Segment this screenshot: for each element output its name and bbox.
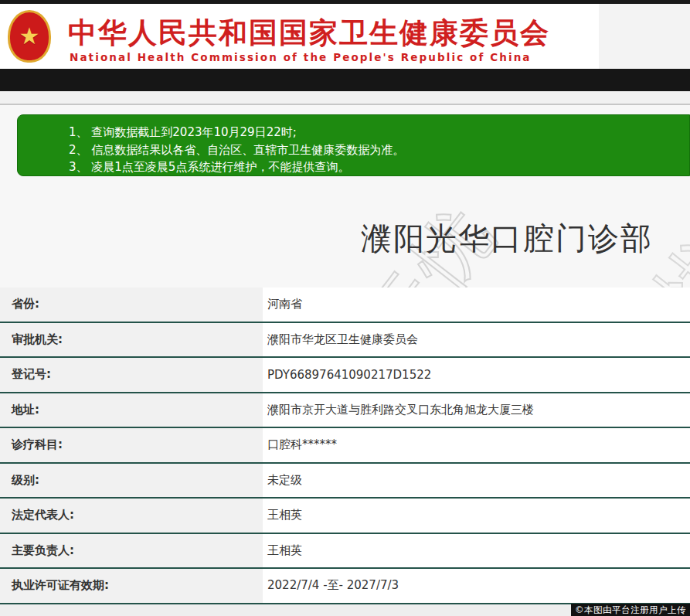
field-value: PDY66897641090217D1522 <box>263 358 690 392</box>
field-value: 濮阳市华龙区卫生健康委员会 <box>263 323 690 357</box>
copyright-badge: ©本图由平台注册用户上传 <box>571 604 690 616</box>
nav-bar <box>0 69 690 91</box>
field-value: 河南省 <box>263 288 690 322</box>
site-title: 中华人民共和国国家卫生健康委员会 <box>68 14 550 53</box>
notice-line-1: 1、 查询数据截止到2023年10月29日22时; <box>69 124 689 141</box>
table-row: 诊疗科目: 口腔科****** <box>0 428 690 464</box>
china-national-emblem-icon: ★ <box>8 10 51 63</box>
header-gap <box>0 91 690 104</box>
field-label: 地址: <box>0 393 263 427</box>
site-header: ★ 中华人民共和国国家卫生健康委员会 National Health Commi… <box>0 4 599 69</box>
notice-box: 1、 查询数据截止到2023年10月29日22时; 2、 信息数据结果以各省、自… <box>17 114 690 176</box>
table-row: 主要负责人: 王相英 <box>0 534 690 570</box>
field-label: 省份: <box>0 288 263 322</box>
table-row: 法定代表人: 王相英 <box>0 499 690 534</box>
notice-line-3: 3、 凌晨1点至凌晨5点系统进行维护，不能提供查询。 <box>69 158 689 176</box>
field-value: 2022/7/4 -至- 2027/7/3 <box>263 569 690 603</box>
field-value: 王相英 <box>263 499 690 533</box>
field-label: 主要负责人: <box>0 534 263 568</box>
emblem-star-icon: ★ <box>19 25 40 48</box>
table-row: 级别: 未定级 <box>0 464 690 499</box>
table-row: 登记号: PDY66897641090217D1522 <box>0 358 690 393</box>
field-value: 未定级 <box>263 464 690 498</box>
table-row: 省份: 河南省 <box>0 288 690 323</box>
field-label: 审批机关: <box>0 323 263 357</box>
field-label: 级别: <box>0 464 263 498</box>
field-label: 法定代表人: <box>0 499 263 533</box>
table-row: 执业许可证有效期: 2022/7/4 -至- 2027/7/3 <box>0 569 690 604</box>
notice-line-2: 2、 信息数据结果以各省、自治区、直辖市卫生健康委数据为准。 <box>69 141 689 159</box>
table-row: 审批机关: 濮阳市华龙区卫生健康委员会 <box>0 323 690 359</box>
field-label: 执业许可证有效期: <box>0 569 263 603</box>
field-label: 诊疗科目: <box>0 428 263 462</box>
page-title: 濮阳光华口腔门诊部 <box>361 217 653 260</box>
site-subtitle: National Health Commission of the People… <box>70 51 532 63</box>
info-table: 省份: 河南省 审批机关: 濮阳市华龙区卫生健康委员会 登记号: PDY6689… <box>0 288 690 604</box>
field-value: 口腔科****** <box>263 428 690 462</box>
field-value: 濮阳市京开大道与胜利路交叉口东北角旭龙大厦三楼 <box>263 393 690 427</box>
field-label: 登记号: <box>0 358 263 392</box>
table-row: 地址: 濮阳市京开大道与胜利路交叉口东北角旭龙大厦三楼 <box>0 393 690 429</box>
field-value: 王相英 <box>263 534 690 568</box>
